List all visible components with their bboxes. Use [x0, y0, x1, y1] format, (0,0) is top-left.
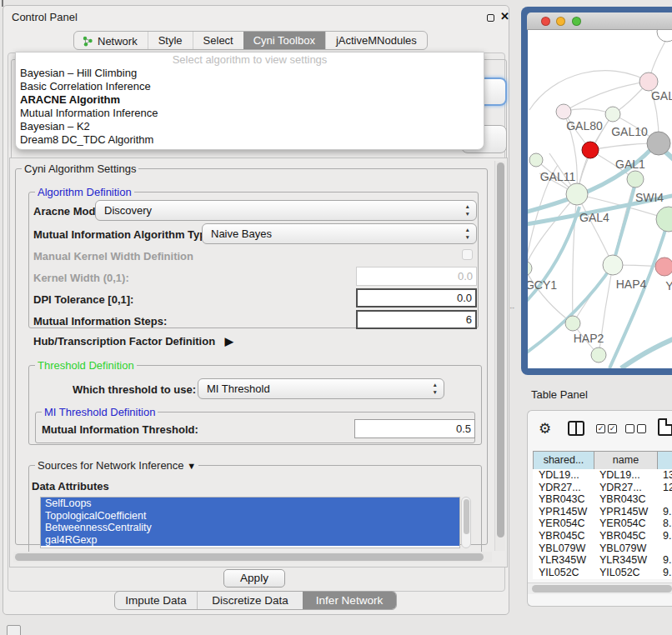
algorithm-option[interactable]: Bayesian – Hill Climbing	[16, 67, 484, 80]
collapse-down-icon[interactable]: ▼	[187, 460, 196, 472]
minimize-traffic-light[interactable]	[556, 17, 565, 26]
network-node[interactable]	[565, 316, 580, 331]
network-node[interactable]	[566, 183, 588, 205]
table-row[interactable]: YDL19...YDL19...13	[533, 469, 672, 482]
node-label: GAL10	[611, 125, 648, 138]
node-label: GCY1	[528, 278, 557, 292]
algorithm-option[interactable]: ARACNE Algorithm	[16, 93, 484, 107]
mi-threshold-field[interactable]: 0.5	[354, 419, 475, 438]
tab-style[interactable]: Style	[148, 32, 193, 50]
group-title: Algorithm Definition	[35, 186, 134, 198]
mi-threshold-label: Mutual Information Threshold:	[42, 423, 198, 436]
scrollbar-thumb[interactable]	[532, 585, 672, 592]
panel-splitter-handle[interactable]: ↔	[509, 303, 515, 311]
table-row[interactable]: YBR045CYBR045C9.	[533, 530, 672, 542]
node-label: GAL4	[579, 211, 609, 224]
checked-box-icon: ✓	[608, 424, 617, 433]
network-node[interactable]	[528, 261, 532, 276]
close-traffic-light[interactable]	[541, 17, 550, 26]
data-attribute-item[interactable]: gal4RGexp	[41, 534, 459, 547]
scrollbar-thumb[interactable]	[15, 553, 484, 561]
mi-steps-label: Mutual Information Steps:	[33, 315, 167, 328]
network-node[interactable]	[657, 30, 672, 42]
algorithm-dropdown-popup: Select algorithm to view settings Bayesi…	[15, 52, 484, 150]
unchecked-box-icon	[625, 424, 634, 433]
network-node[interactable]	[655, 258, 672, 276]
select-all-columns-icon[interactable]: ✓ ✓	[596, 424, 617, 433]
kernel-width-label: Kernel Width (0,1):	[33, 272, 129, 284]
node-label: GAL80	[566, 119, 603, 132]
table-row[interactable]: YDR27...YDR27...12	[533, 482, 672, 494]
algorithm-option[interactable]: Bayesian – K2	[16, 120, 484, 133]
scrollbar-thumb[interactable]	[497, 162, 504, 538]
network-node[interactable]	[591, 348, 606, 362]
network-canvas[interactable]: GALGAL80GAL10GAL1GAL11SWI4GAL4GCY1HAP4YH…	[528, 30, 672, 368]
network-window-titlebar[interactable]	[527, 12, 672, 30]
unchecked-box-icon	[637, 424, 646, 433]
zoom-traffic-light[interactable]	[572, 17, 581, 26]
mi-steps-field[interactable]: 6	[356, 310, 477, 329]
network-node[interactable]	[556, 104, 571, 119]
data-attribute-item[interactable]: BetweennessCentrality	[41, 522, 459, 534]
network-node[interactable]	[656, 207, 672, 232]
algorithm-dropdown-placeholder: Select algorithm to view settings	[16, 52, 484, 67]
network-node[interactable]	[627, 171, 644, 188]
data-attributes-list[interactable]: SelfLoopsTopologicalCoefficientBetweenne…	[40, 497, 460, 548]
table-horizontal-scrollbar[interactable]	[528, 582, 672, 594]
settings-horizontal-scrollbar[interactable]	[13, 552, 492, 562]
tab-infer-network[interactable]: Infer Network	[303, 592, 396, 610]
table-row[interactable]: YBR043CYBR043C	[533, 493, 672, 506]
algorithm-option[interactable]: Mutual Information Inference	[16, 107, 484, 120]
manual-kernel-width-label: Manual Kernel Width Definition	[33, 250, 193, 262]
node-label: HAP2	[574, 332, 604, 345]
export-table-icon[interactable]	[658, 418, 672, 436]
group-title: Sources for Network Inference ▼	[35, 459, 198, 472]
tab-select[interactable]: Select	[193, 32, 243, 50]
tab-network[interactable]: Network	[74, 32, 148, 50]
tab-discretize-data[interactable]: Discretize Data	[197, 592, 303, 610]
network-node[interactable]	[605, 107, 620, 122]
deselect-all-columns-icon[interactable]	[625, 424, 646, 433]
table-row[interactable]: YIL052CYIL052C9.	[533, 567, 672, 579]
network-view-window[interactable]: GALGAL80GAL10GAL1GAL11SWI4GAL4GCY1HAP4YH…	[521, 7, 672, 375]
gear-icon[interactable]: ⚙	[539, 420, 551, 438]
control-panel: Control Panel ✕ Network Style Select Cyn…	[3, 5, 509, 615]
data-attribute-item[interactable]: SelfLoops	[41, 498, 459, 510]
tab-impute-data[interactable]: Impute Data	[115, 592, 197, 610]
column-header[interactable]: shared...	[534, 452, 594, 470]
aracne-mode-combobox[interactable]: Discovery ▲▼	[95, 200, 477, 221]
node-label: GAL1	[615, 158, 645, 171]
table-row[interactable]: YPR145WYPR145W9.	[533, 506, 672, 518]
data-attribute-item[interactable]: TopologicalCoefficient	[41, 510, 459, 522]
column-header[interactable]: name	[594, 452, 658, 470]
attributes-scrollbar[interactable]	[461, 497, 471, 548]
network-node[interactable]	[603, 255, 623, 275]
tab-jactivemnodules[interactable]: jActiveMNodules	[325, 32, 427, 50]
group-title: Cyni Algorithm Settings	[22, 162, 138, 175]
dpi-tolerance-field[interactable]: 0.0	[356, 288, 477, 308]
split-columns-icon[interactable]	[568, 421, 584, 436]
algorithm-option[interactable]: Dream8 DC_TDC Algorithm	[16, 133, 484, 147]
table-row[interactable]: YBL079WYBL079W	[533, 542, 672, 555]
algorithm-option[interactable]: Basic Correlation Inference	[16, 80, 484, 93]
network-icon	[83, 36, 93, 47]
network-node[interactable]	[647, 132, 670, 155]
group-title: Threshold Definition	[35, 359, 137, 372]
column-header[interactable]: A	[658, 452, 672, 470]
expand-right-icon[interactable]: ▶	[225, 335, 233, 348]
network-node[interactable]	[639, 72, 658, 91]
which-threshold-label: Which threshold to use:	[73, 383, 196, 396]
apply-button[interactable]: Apply	[223, 569, 285, 588]
close-panel-icon[interactable]: ✕	[500, 10, 509, 22]
table-row[interactable]: YLR345WYLR345W9.	[533, 554, 672, 567]
tab-cyni-toolbox[interactable]: Cyni Toolbox	[243, 32, 325, 50]
float-panel-button[interactable]	[487, 14, 494, 22]
network-node[interactable]	[529, 153, 543, 167]
hub-definition-toggle[interactable]: Hub/Transcription Factor Definition ▶	[33, 335, 233, 348]
table-row[interactable]: YER054CYER054C8.	[533, 518, 672, 530]
settings-vertical-scrollbar[interactable]	[494, 161, 505, 551]
dock-panel-icon[interactable]	[7, 625, 21, 635]
network-node[interactable]	[582, 142, 599, 158]
which-threshold-combobox[interactable]: MI Threshold ▲▼	[198, 378, 444, 399]
mi-algorithm-type-combobox[interactable]: Naive Bayes ▲▼	[202, 223, 477, 244]
